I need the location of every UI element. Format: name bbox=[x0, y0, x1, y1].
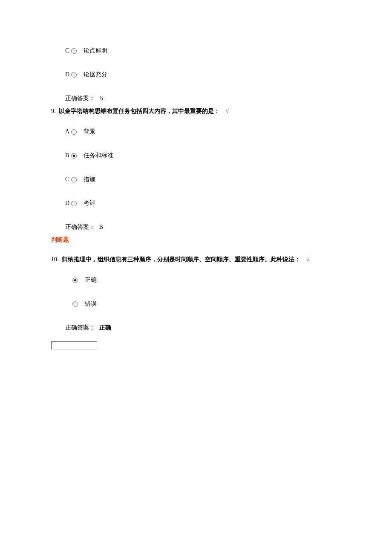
question-number: 9. bbox=[51, 108, 56, 114]
exam-page: C 论点鲜明 D 论据充分 正确答案： B 9. 以金字塔结构思维布置任务包括四… bbox=[0, 0, 392, 350]
option-row: A 背景 bbox=[65, 128, 392, 136]
radio-icon[interactable] bbox=[72, 301, 78, 307]
question-10: 10. 归纳推理中，组织信息有三种顺序，分别是时间顺序、空间顺序、重要性顺序。此… bbox=[51, 256, 392, 263]
tf-option-row: 错误 bbox=[72, 300, 392, 308]
option-text: 论据充分 bbox=[84, 71, 107, 78]
option-row: D 论据充分 bbox=[65, 71, 392, 78]
radio-icon[interactable] bbox=[71, 201, 77, 206]
text-input[interactable] bbox=[51, 341, 97, 350]
radio-icon[interactable] bbox=[71, 153, 77, 159]
option-letter: C bbox=[65, 47, 70, 54]
option-text: 正确 bbox=[85, 276, 97, 284]
option-row: B 任务和标准 bbox=[65, 152, 392, 159]
option-text: 错误 bbox=[85, 300, 97, 308]
option-letter: D bbox=[65, 71, 70, 78]
option-letter: B bbox=[65, 152, 70, 159]
question-text: 归纳推理中，组织信息有三种顺序，分别是时间顺序、空间顺序、重要性顺序。此种说法： bbox=[62, 256, 300, 263]
answer-label: 正确答案： bbox=[65, 324, 95, 331]
option-letter: D bbox=[65, 200, 70, 207]
tf-option-row: 正确 bbox=[72, 276, 392, 284]
answer-value: 正确 bbox=[99, 324, 111, 331]
correct-answer-row: 正确答案： B bbox=[65, 95, 392, 102]
option-text: 措施 bbox=[84, 176, 95, 183]
question-number: 10. bbox=[51, 256, 59, 263]
answer-label: 正确答案： bbox=[65, 224, 95, 230]
option-row: C 措施 bbox=[65, 176, 392, 183]
option-letter: C bbox=[65, 176, 70, 183]
check-icon: √ bbox=[226, 108, 229, 114]
radio-icon[interactable] bbox=[71, 177, 77, 182]
question-text: 以金字塔结构思维布置任务包括四大内容，其中最重要的是： bbox=[59, 108, 220, 114]
radio-icon[interactable] bbox=[71, 72, 77, 78]
section-header-truefalse: 判断题 bbox=[51, 236, 392, 244]
option-text: 背景 bbox=[84, 128, 95, 136]
check-icon: √ bbox=[306, 256, 310, 263]
option-text: 考评 bbox=[84, 199, 95, 207]
option-text: 论点鲜明 bbox=[84, 47, 107, 55]
option-text: 任务和标准 bbox=[84, 152, 113, 159]
question-9: 9. 以金字塔结构思维布置任务包括四大内容，其中最重要的是： √ bbox=[51, 107, 392, 115]
answer-value: B bbox=[99, 224, 103, 230]
answer-label: 正确答案： bbox=[65, 95, 95, 101]
option-letter: A bbox=[65, 128, 70, 135]
correct-answer-row: 正确答案： 正确 bbox=[65, 324, 392, 332]
radio-icon[interactable] bbox=[71, 48, 77, 54]
correct-answer-row: 正确答案： B bbox=[65, 223, 392, 231]
option-row: D 考评 bbox=[65, 199, 392, 207]
answer-value: B bbox=[99, 95, 103, 101]
radio-icon[interactable] bbox=[71, 129, 77, 135]
option-row: C 论点鲜明 bbox=[65, 47, 392, 55]
radio-icon[interactable] bbox=[72, 278, 78, 283]
